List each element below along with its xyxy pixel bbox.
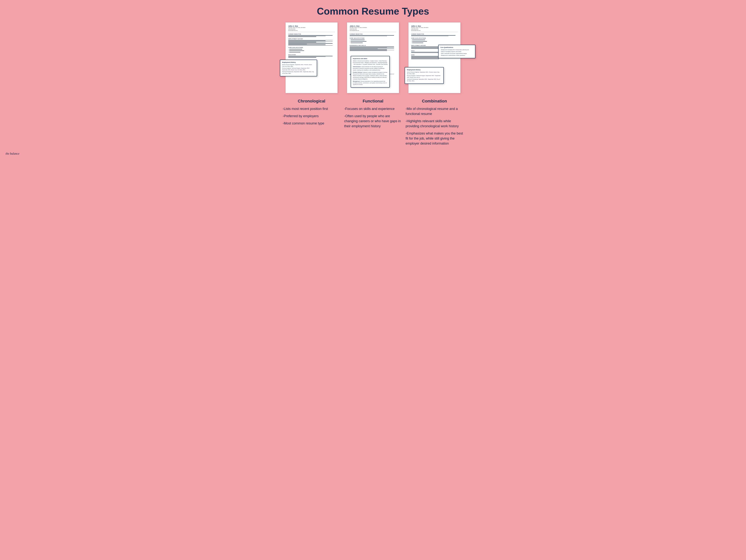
core-quals-callout: Core Qualifications - Background managin…: [438, 45, 476, 58]
func-exp-line5: [350, 49, 387, 50]
func-obj-line1: [350, 35, 394, 35]
combo-qual-line3: [412, 43, 423, 43]
chron-career-obj-title: CAREER OBJECTIVE: [288, 33, 335, 35]
chron-address: 935 Main Street, Ann Arbor, MI 95333: [288, 27, 335, 28]
chron-edu-title: EDUCATION: [288, 54, 335, 55]
func-phone: (225) 555-2234: [350, 28, 396, 30]
combo-qual-bullet2: [411, 41, 458, 42]
callout-core-line3: - Able to anticipate and project organiz…: [440, 53, 473, 54]
combo-desc-item1: -Mix of chronological resume and a funct…: [406, 106, 463, 116]
callout-emp-combo-line2: Process Engineer: Technical Support, Sep…: [407, 75, 441, 78]
combo-exp-line5: [411, 59, 439, 59]
chron-qual-line1: [289, 49, 302, 49]
chronological-resume-wrapper: Employment History Senior Process Engine…: [285, 22, 338, 93]
callout-exp-problem: Problem Solving: Designed a waste manage…: [353, 72, 388, 80]
chron-edu-line3: [288, 57, 316, 58]
functional-description: Functional -Focuses on skills and experi…: [344, 99, 402, 148]
combo-desc-title: Combination: [406, 99, 463, 104]
func-desc-title: Functional: [344, 99, 402, 104]
resumes-row: Employment History Senior Process Engine…: [4, 22, 742, 93]
chron-qual-bullet2: [288, 50, 335, 51]
combination-description: Combination -Mix of chronological resume…: [406, 99, 463, 148]
descriptions-row: Chronological -Lists most recent positio…: [4, 99, 742, 148]
func-core-qual-title: CORE QUALIFICATIONS: [350, 38, 396, 39]
callout-employment-line3: Technical Professional, September 2010 -…: [282, 71, 315, 74]
watermark-text: the balance: [6, 152, 19, 155]
combo-email: johndoe@email.com: [411, 30, 458, 31]
callout-emp-combo-title: Employment History: [407, 69, 441, 71]
chron-desc-item1: -Lists most recent position first: [283, 106, 340, 111]
callout-employment-line1: Senior Process Engineer, September 2016 …: [282, 64, 315, 67]
employment-combo-callout: Employment History Senior Process Engine…: [405, 67, 444, 84]
chron-obj-line1: [288, 35, 333, 35]
func-desc-item1: -Focuses on skills and experience: [344, 106, 402, 111]
func-qual-bullet3: [350, 42, 396, 44]
combo-qual-line1: [412, 40, 425, 40]
chron-emp-line4: [288, 42, 316, 42]
func-address: 935 Main Street, Ann Arbor, MI 95333: [350, 27, 396, 28]
combo-obj-line1: [411, 35, 456, 35]
func-qual-bullet1: [350, 39, 396, 40]
chronological-description: Chronological -Lists most recent positio…: [283, 99, 340, 148]
chron-qual-line2: [289, 51, 304, 51]
callout-emp-combo-line1: Senior Process Engineer, September 2016 …: [407, 72, 441, 75]
func-exp-line2: [350, 47, 387, 48]
combo-emp-line4: [411, 49, 439, 49]
callout-core-line4: - Background as administrator of office …: [440, 55, 473, 56]
func-career-obj-title: CAREER OBJECTIVE: [350, 33, 396, 35]
combination-column: Core Qualifications - Background managin…: [406, 22, 463, 93]
func-obj-line2: [350, 36, 387, 36]
combo-qual-line2: [412, 41, 427, 41]
func-desc-item2: -Often used by people who are changing c…: [344, 114, 402, 129]
chron-desc-item3: -Most common resume type: [283, 121, 340, 126]
chron-qual-bullet3: [288, 52, 335, 53]
combo-desc-item2: -Highlights relevant skills while provid…: [406, 119, 463, 129]
callout-exp-mgmt: Management: Oversaw operations of an exp…: [353, 81, 388, 85]
chron-core-qual-title: CORE QUALIFICATIONS: [288, 47, 335, 48]
chron-obj-line2: [288, 36, 325, 36]
experience-skills-callout: Experience and Skills Skilled in Governm…: [351, 56, 390, 88]
chron-phone: (225) 555-2234: [288, 28, 335, 30]
func-exp-line6: [350, 50, 394, 50]
callout-employment-line2: Process Engineer: Technical Support, Sep…: [282, 67, 315, 71]
chron-emp-line6: [288, 43, 333, 44]
chronological-resume-card: John A. Doe 935 Main Street, Ann Arbor, …: [285, 22, 338, 93]
combo-address: 935 Main Street, Ann Arbor, MI 95333: [411, 27, 458, 28]
chron-qual-line3: [289, 52, 300, 52]
func-exp-line1: [350, 47, 394, 47]
chron-desc-title: Chronological: [283, 99, 340, 104]
func-exp-line7: [350, 51, 387, 51]
func-exp-line3: [350, 48, 394, 48]
chron-edu-line2: [288, 57, 325, 57]
chron-desc-item2: -Preferred by employers: [283, 114, 340, 119]
chron-emp-line3: [288, 41, 333, 42]
func-qual-line1: [351, 40, 365, 40]
combo-phone: (225) 555-2234: [411, 28, 458, 30]
employment-history-callout: Employment History Senior Process Engine…: [280, 60, 317, 76]
functional-resume-wrapper: Experience and Skills Skilled in Governm…: [347, 22, 399, 93]
func-exp-title: EXPERIENCE AND SKILLS: [350, 45, 396, 46]
combination-resume-wrapper: Core Qualifications - Background managin…: [408, 22, 461, 93]
chron-emp-line5: [288, 43, 325, 43]
combo-career-obj-title: CAREER OBJECTIVE: [411, 33, 458, 35]
callout-emp-combo-line3: Technical Professional, September 2010 -…: [407, 78, 441, 82]
combo-obj-line2: [411, 36, 449, 36]
chron-emp-line9: [288, 45, 333, 46]
combo-qual-bullet3: [411, 42, 458, 44]
chron-obj-line3: [288, 36, 316, 37]
combo-edu-line2: [411, 53, 439, 53]
func-qual-line3: [351, 43, 363, 43]
chron-emp-line8: [288, 45, 325, 45]
combo-name: John A. Doe: [411, 25, 458, 27]
callout-exp-intro: Skilled in Government Guidelines - Quali…: [353, 60, 388, 65]
callout-exp-admin: Administrative: Lead coordinator for the…: [353, 66, 388, 71]
chron-email: johndoe@email.com: [288, 30, 335, 31]
functional-column: Experience and Skills Skilled in Governm…: [344, 22, 402, 93]
func-email: johndoe@email.com: [350, 30, 396, 31]
func-qual-line2: [351, 41, 367, 41]
chron-emp-line7: [288, 44, 307, 44]
callout-exp-title: Experience and Skills: [353, 58, 388, 59]
callout-core-title: Core Qualifications: [440, 47, 473, 48]
chronological-column: Employment History Senior Process Engine…: [283, 22, 340, 93]
chron-qual-bullet1: [288, 49, 335, 50]
